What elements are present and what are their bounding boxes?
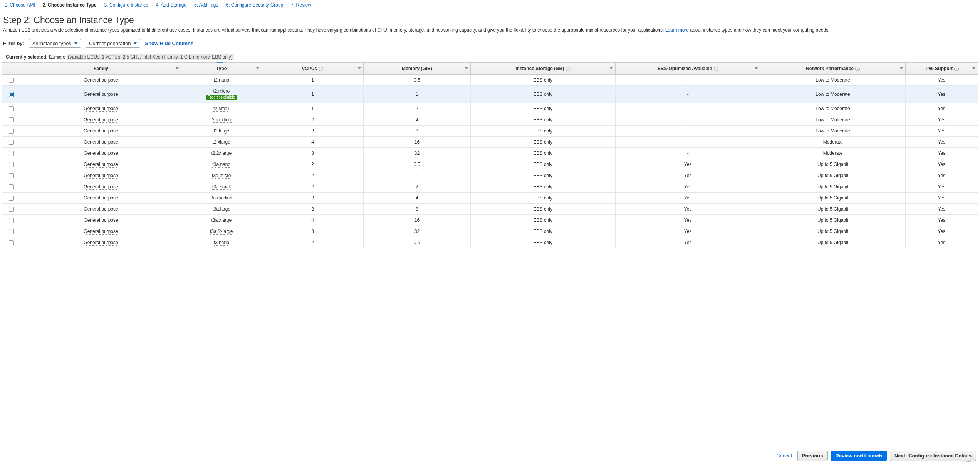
ebs-value: Yes <box>615 204 760 215</box>
net-value: Low to Moderate <box>760 75 905 86</box>
col-header[interactable]: Type <box>181 63 262 75</box>
net-value: Up to 5 Gigabit <box>760 204 905 215</box>
mem-value: 2 <box>364 103 470 114</box>
table-row[interactable]: General purposet2.microFree tier eligibl… <box>2 86 978 103</box>
family-value: General purpose <box>84 77 118 83</box>
col-header-label: Instance Storage (GB) <box>515 66 564 71</box>
ebs-value: - <box>615 148 760 159</box>
instance-type-dropdown[interactable]: All instance types <box>29 39 81 48</box>
vcpu-value: 2 <box>262 159 364 170</box>
tab-step-2[interactable]: 2. Choose Instance Type <box>39 0 101 10</box>
type-value: t3a.xlarge <box>211 218 232 223</box>
currently-selected-banner: Currently selected: t2.micro (Variable E… <box>2 52 978 62</box>
stor-value: EBS only <box>470 148 615 159</box>
type-value: t2.small <box>213 106 229 112</box>
tab-step-5[interactable]: 5. Add Tags <box>190 0 222 10</box>
row-checkbox[interactable] <box>9 129 14 134</box>
row-checkbox[interactable] <box>9 207 14 212</box>
row-checkbox[interactable] <box>9 78 14 83</box>
mem-value: 32 <box>364 148 470 159</box>
table-row[interactable]: General purposet3a.nano20.5EBS onlyYesUp… <box>2 159 978 170</box>
row-checkbox[interactable] <box>9 106 14 111</box>
tab-step-1[interactable]: 1. Choose AMI <box>1 0 39 10</box>
chevron-down-icon <box>176 67 179 69</box>
row-checkbox[interactable] <box>9 162 14 167</box>
tab-step-6[interactable]: 6. Configure Security Group <box>222 0 287 10</box>
row-checkbox[interactable] <box>9 117 14 122</box>
table-row[interactable]: General purposet2.xlarge416EBS only-Mode… <box>2 137 978 148</box>
col-header[interactable]: Family <box>21 63 181 75</box>
net-value: Low to Moderate <box>760 114 905 126</box>
col-header[interactable]: Instance Storage (GB)i <box>470 63 615 75</box>
ipv6-value: Yes <box>905 126 978 137</box>
ipv6-value: Yes <box>905 86 978 103</box>
table-row[interactable]: General purposet3a.2xlarge832EBS onlyYes… <box>2 226 978 237</box>
type-value: t2.nano <box>214 77 229 83</box>
ipv6-value: Yes <box>905 114 978 126</box>
row-checkbox[interactable] <box>9 140 14 145</box>
table-row[interactable]: General purposet2.2xlarge832EBS only-Mod… <box>2 148 978 159</box>
col-header[interactable]: Network Performancei <box>760 63 905 75</box>
intro-part-a: Amazon EC2 provides a wide selection of … <box>3 27 665 33</box>
info-icon[interactable]: i <box>714 67 718 71</box>
col-header[interactable]: IPv6 Supporti <box>905 63 978 75</box>
row-checkbox[interactable] <box>9 184 14 189</box>
col-header[interactable]: EBS-Optimized Availablei <box>615 63 760 75</box>
col-header <box>2 63 21 75</box>
row-checkbox[interactable] <box>9 173 14 178</box>
info-icon[interactable]: i <box>855 67 860 71</box>
family-value: General purpose <box>84 92 118 97</box>
ipv6-value: Yes <box>905 181 978 193</box>
table-row[interactable]: General purposet3a.xlarge416EBS onlyYesU… <box>2 215 978 226</box>
vcpu-value: 2 <box>262 204 364 215</box>
table-row[interactable]: General purposet2.nano10.5EBS only-Low t… <box>2 75 978 86</box>
mem-value: 1 <box>364 170 470 181</box>
type-value: t2.micro <box>213 89 230 94</box>
net-value: Up to 5 Gigabit <box>760 181 905 193</box>
row-checkbox[interactable] <box>9 218 14 223</box>
info-icon[interactable]: i <box>319 67 323 71</box>
table-row[interactable]: General purposet3.nano20.5EBS onlyYesUp … <box>2 237 978 248</box>
mem-value: 1 <box>364 86 470 103</box>
row-checkbox[interactable] <box>9 92 14 97</box>
table-row[interactable]: General purposet3a.micro21EBS onlyYesUp … <box>2 170 978 181</box>
col-header-label: Network Performance <box>806 66 854 71</box>
col-header[interactable]: vCPUsi <box>262 63 364 75</box>
table-row[interactable]: General purposet2.large28EBS only-Low to… <box>2 126 978 137</box>
mem-value: 16 <box>364 215 470 226</box>
tab-step-7[interactable]: 7. Review <box>287 0 315 10</box>
row-checkbox[interactable] <box>9 151 14 156</box>
stor-value: EBS only <box>470 159 615 170</box>
family-value: General purpose <box>84 162 118 168</box>
stor-value: EBS only <box>470 204 615 215</box>
stor-value: EBS only <box>470 226 615 237</box>
ebs-value: - <box>615 126 760 137</box>
table-row[interactable]: General purposet3a.large28EBS onlyYesUp … <box>2 204 978 215</box>
row-checkbox[interactable] <box>9 229 14 234</box>
tab-step-3[interactable]: 3. Configure Instance <box>101 0 152 10</box>
info-icon[interactable]: i <box>566 67 570 71</box>
stor-value: EBS only <box>470 181 615 193</box>
ebs-value: Yes <box>615 237 760 248</box>
table-row[interactable]: General purposet2.medium24EBS only-Low t… <box>2 114 978 126</box>
generation-dropdown[interactable]: Current generation <box>86 39 140 48</box>
col-header[interactable]: Memory (GiB) <box>364 63 470 75</box>
ipv6-value: Yes <box>905 193 978 204</box>
ipv6-value: Yes <box>905 215 978 226</box>
currently-selected-type: t2.micro <box>49 54 65 60</box>
tab-step-4[interactable]: 4. Add Storage <box>152 0 190 10</box>
learn-more-link[interactable]: Learn more <box>665 27 689 33</box>
show-hide-columns-link[interactable]: Show/Hide Columns <box>145 40 193 46</box>
table-row[interactable]: General purposet3a.medium24EBS onlyYesUp… <box>2 193 978 204</box>
table-row[interactable]: General purposet2.small12EBS only-Low to… <box>2 103 978 114</box>
row-checkbox[interactable] <box>9 240 14 245</box>
ebs-value: - <box>615 75 760 86</box>
info-icon[interactable]: i <box>954 67 959 71</box>
vcpu-value: 2 <box>262 193 364 204</box>
col-header-label: Memory (GiB) <box>402 66 432 71</box>
row-checkbox[interactable] <box>9 196 14 201</box>
currently-selected-details: (Variable ECUs, 1 vCPUs, 2.5 GHz, Intel … <box>67 54 233 60</box>
table-row[interactable]: General purposet3a.small22EBS onlyYesUp … <box>2 181 978 193</box>
net-value: Moderate <box>760 148 905 159</box>
family-value: General purpose <box>84 218 118 223</box>
